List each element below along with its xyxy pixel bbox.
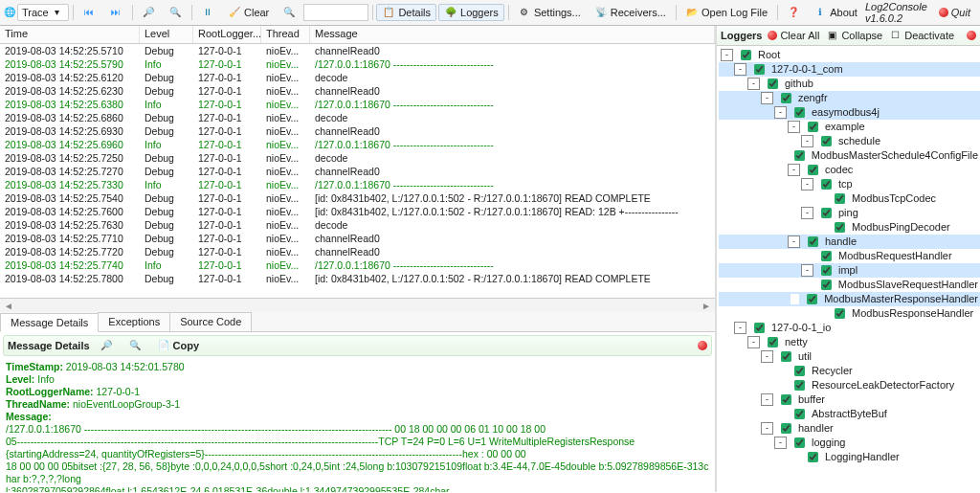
tree-checkbox[interactable] — [808, 122, 818, 132]
expand-toggle[interactable]: - — [774, 437, 787, 449]
expand-toggle[interactable]: - — [761, 422, 773, 435]
expand-toggle[interactable]: - — [747, 336, 760, 348]
col-level[interactable]: Level — [140, 26, 193, 43]
tree-checkbox[interactable] — [754, 64, 765, 75]
settings-button[interactable]: ⚙Settings... — [512, 4, 587, 21]
expand-toggle[interactable]: - — [801, 135, 813, 147]
tree-node[interactable]: -buffer — [719, 392, 980, 407]
tree-checkbox[interactable] — [821, 179, 832, 190]
log-row[interactable]: 2019-08-03 14:52:25.6120Debug127-0-0-1ni… — [0, 71, 715, 84]
tree-node[interactable]: -handle — [719, 235, 980, 249]
detail-zoom-in[interactable]: 🔍 — [122, 337, 147, 354]
tab-message-details[interactable]: Message Details — [0, 313, 99, 332]
expand-toggle[interactable]: - — [761, 393, 773, 406]
tree-node[interactable]: -netty — [719, 335, 980, 349]
zoom-in-button[interactable]: 🔍 — [163, 4, 188, 21]
tree-checkbox[interactable] — [807, 294, 817, 304]
tree-node[interactable]: -example — [719, 120, 980, 134]
expand-toggle[interactable]: - — [761, 350, 773, 363]
log-grid-body[interactable]: 2019-08-03 14:52:25.5710Debug127-0-0-1ni… — [0, 44, 715, 298]
tree-node[interactable]: ModbusPingDecoder — [719, 220, 980, 235]
expand-toggle[interactable]: - — [761, 92, 773, 104]
tree-node[interactable]: ModbusMasterSchedule4ConfigFile — [719, 148, 980, 163]
tree-node[interactable]: -handler — [719, 421, 980, 436]
tree-checkbox[interactable] — [821, 208, 832, 218]
close-detail-icon[interactable] — [698, 341, 707, 350]
trace-level-dropdown[interactable]: Trace▾ — [17, 4, 69, 21]
tree-checkbox[interactable] — [821, 136, 832, 146]
nav-first-button[interactable]: ⏮ — [77, 4, 101, 21]
about-button[interactable]: ℹAbout — [808, 4, 863, 21]
tree-node[interactable]: AbstractByteBuf — [719, 407, 980, 421]
tree-node[interactable]: -github — [719, 77, 980, 91]
log-row[interactable]: 2019-08-03 14:52:25.5710Debug127-0-0-1ni… — [0, 44, 715, 57]
tree-node[interactable]: -Root — [719, 48, 980, 62]
tab-exceptions[interactable]: Exceptions — [98, 312, 170, 331]
tree-checkbox[interactable] — [768, 78, 778, 89]
tree-node[interactable]: LoggingHandler — [719, 450, 980, 464]
log-row[interactable]: 2019-08-03 14:52:25.7540Debug127-0-0-1ni… — [0, 191, 715, 205]
tree-checkbox[interactable] — [835, 222, 845, 233]
tree-checkbox[interactable] — [741, 50, 751, 60]
expand-toggle[interactable]: - — [788, 164, 800, 176]
log-row[interactable]: 2019-08-03 14:52:25.7330Info127-0-0-1nio… — [0, 178, 715, 191]
log-row[interactable]: 2019-08-03 14:52:25.7250Debug127-0-0-1ni… — [0, 151, 715, 165]
tree-checkbox[interactable] — [835, 193, 845, 204]
log-row[interactable]: 2019-08-03 14:52:25.6230Debug127-0-0-1ni… — [0, 84, 715, 98]
expand-toggle[interactable]: - — [801, 207, 813, 219]
log-row[interactable]: 2019-08-03 14:52:25.7270Debug127-0-0-1ni… — [0, 165, 715, 178]
expand-toggle[interactable]: - — [774, 106, 787, 119]
tree-node[interactable]: ModbusTcpCodec — [719, 191, 980, 206]
tree-node[interactable]: -easymodbus4j — [719, 105, 980, 120]
expand-toggle[interactable]: - — [734, 63, 746, 76]
expand-toggle[interactable]: - — [788, 235, 800, 248]
tree-node[interactable]: -schedule — [719, 134, 980, 148]
col-message[interactable]: Message — [310, 26, 715, 43]
log-row[interactable]: 2019-08-03 14:52:25.7800Debug127-0-0-1ni… — [0, 272, 715, 285]
quit-button[interactable]: Quit — [933, 5, 976, 20]
tree-node[interactable]: -127-0-0-1_io — [719, 321, 980, 335]
tree-node[interactable]: ResourceLeakDetectorFactory — [719, 378, 980, 392]
tree-checkbox[interactable] — [768, 337, 778, 347]
col-root[interactable]: RootLogger... — [193, 26, 261, 43]
receivers-button[interactable]: 📡Receivers... — [589, 4, 672, 21]
tab-source-code[interactable]: Source Code — [169, 312, 252, 331]
tree-checkbox[interactable] — [781, 394, 791, 405]
log-row[interactable]: 2019-08-03 14:52:25.7630Debug127-0-0-1ni… — [0, 218, 715, 232]
expand-toggle[interactable]: - — [788, 121, 800, 133]
log-row[interactable]: 2019-08-03 14:52:25.5790Info127-0-0-1nio… — [0, 57, 715, 71]
help-button[interactable]: ❓ — [781, 4, 806, 21]
log-row[interactable]: 2019-08-03 14:52:25.6930Debug127-0-0-1ni… — [0, 124, 715, 138]
tree-node[interactable]: ModbusResponseHandler — [719, 306, 980, 321]
expand-toggle[interactable]: - — [734, 322, 746, 334]
tree-checkbox[interactable] — [808, 452, 818, 462]
horizontal-scrollbar[interactable]: ◄► — [0, 298, 715, 312]
tree-checkbox[interactable] — [808, 236, 818, 247]
pause-button[interactable]: ⏸ — [195, 4, 220, 21]
loggers-tree[interactable]: -Root-127-0-0-1_com-github-zengfr-easymo… — [717, 46, 980, 492]
detail-zoom-out[interactable]: 🔎 — [94, 337, 119, 354]
tree-node[interactable]: -tcp — [719, 177, 980, 191]
tree-checkbox[interactable] — [794, 380, 805, 391]
details-toggle[interactable]: 📋Details — [376, 4, 436, 21]
search-input[interactable] — [303, 4, 368, 21]
clear-button[interactable]: 🧹Clear — [222, 4, 275, 21]
tree-node[interactable]: -127-0-0-1_com — [719, 62, 980, 77]
tree-checkbox[interactable] — [808, 165, 818, 175]
nav-last-button[interactable]: ⏭ — [103, 4, 128, 21]
tree-checkbox[interactable] — [794, 107, 805, 118]
expand-toggle[interactable]: - — [721, 49, 733, 61]
tree-node[interactable]: -ping — [719, 206, 980, 220]
tree-node[interactable]: -impl — [719, 263, 980, 278]
tree-checkbox[interactable] — [781, 93, 791, 103]
tree-checkbox[interactable] — [794, 366, 805, 376]
tree-checkbox[interactable] — [821, 265, 832, 276]
tree-checkbox[interactable] — [821, 251, 832, 261]
deactivate-button[interactable]: ☐Deactivate — [888, 29, 954, 42]
search-button[interactable]: 🔍 — [277, 4, 301, 21]
tree-checkbox[interactable] — [835, 308, 845, 319]
log-row[interactable]: 2019-08-03 14:52:25.7720Debug127-0-0-1ni… — [0, 245, 715, 258]
col-time[interactable]: Time — [0, 26, 140, 43]
tree-node[interactable]: ModbusMasterResponseHandler — [719, 292, 980, 306]
tree-checkbox[interactable] — [754, 323, 765, 333]
